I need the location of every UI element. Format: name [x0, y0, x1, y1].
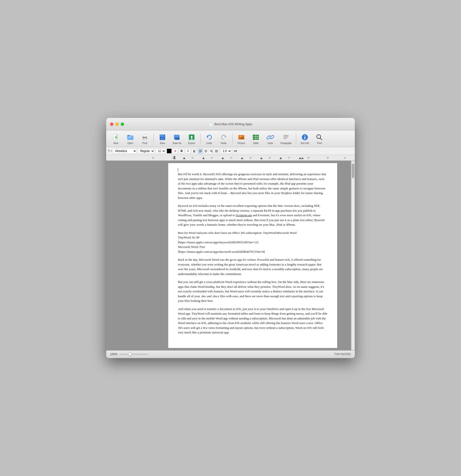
- svg-rect-43: [283, 136, 288, 137]
- svg-marker-31: [224, 136, 226, 138]
- svg-text:|1: |1: [344, 157, 346, 159]
- new-button[interactable]: New: [109, 132, 123, 145]
- getinfo-button[interactable]: Get Info: [298, 132, 312, 145]
- text-color-swatch[interactable]: [167, 149, 172, 153]
- document-page[interactable]: But it'll be worth it. Byword's iOS offe…: [168, 163, 337, 348]
- export-button[interactable]: Export: [185, 132, 198, 145]
- links-button[interactable]: Links: [263, 132, 277, 145]
- picture-button[interactable]: Picture: [235, 132, 248, 145]
- zoom-thumb[interactable]: [128, 353, 132, 356]
- svg-rect-21: [161, 138, 164, 139]
- status-bar: 100% TINYWORD: [106, 350, 355, 358]
- bold-button[interactable]: B: [179, 148, 184, 154]
- paragraph-icon: [282, 133, 290, 142]
- italic-button[interactable]: I: [185, 148, 190, 154]
- find-button[interactable]: Find: [313, 132, 326, 145]
- align-justify-button[interactable]: [214, 148, 219, 154]
- minimize-button[interactable]: [115, 122, 119, 126]
- save-label: Save: [160, 142, 165, 144]
- paragraph-mark[interactable]: ¶: [108, 149, 110, 153]
- separator-4: [296, 133, 296, 144]
- svg-rect-26: [175, 138, 180, 139]
- svg-text:|1: |1: [172, 157, 174, 159]
- saveas-button[interactable]: Save As: [170, 132, 184, 145]
- maximize-button[interactable]: [121, 122, 124, 126]
- print-button[interactable]: Print: [138, 132, 152, 145]
- svg-rect-10: [128, 137, 132, 138]
- underline-button[interactable]: U: [191, 148, 197, 154]
- paragraph-button[interactable]: Paragraph: [278, 132, 294, 145]
- svg-rect-45: [283, 138, 287, 139]
- open-icon: [126, 133, 135, 142]
- export-label: Export: [188, 142, 195, 144]
- scrollbar[interactable]: [351, 161, 355, 350]
- size-select[interactable]: 12: [156, 148, 166, 154]
- page-area[interactable]: But it'll be worth it. Byword's iOS offe…: [155, 161, 351, 350]
- svg-text:|9: |9: [327, 157, 329, 159]
- ruler: |0 |1 |2 |3 |4 |5 |6 |7 |8 |9 |1: [106, 155, 355, 161]
- window-title-area: 📄 Best Mac-iOS Writing Apps: [209, 122, 252, 126]
- undo-label: Undo: [206, 142, 212, 144]
- text-color-button[interactable]: A: [173, 148, 178, 154]
- svg-rect-25: [177, 135, 178, 137]
- paragraph-6: And when you need to transfer a document…: [178, 307, 328, 335]
- cursor-area: [178, 168, 328, 172]
- font-select[interactable]: Helvetica: [113, 148, 137, 154]
- svg-rect-12: [143, 135, 146, 137]
- app-window: 📄 Best Mac-iOS Writing Apps New: [106, 118, 355, 358]
- svg-rect-29: [190, 139, 193, 140]
- paragraph-2: Byword on iOS includes many of the same …: [178, 204, 328, 227]
- svg-text:|5: |5: [250, 157, 251, 159]
- svg-text:|0: |0: [152, 157, 154, 159]
- undo-button[interactable]: Undo: [203, 132, 216, 145]
- align-center-button[interactable]: [203, 148, 208, 154]
- svg-rect-15: [144, 139, 145, 140]
- svg-text:|3: |3: [211, 157, 213, 159]
- undo-icon: [205, 133, 214, 142]
- svg-rect-9: [128, 137, 132, 137]
- svg-marker-30: [207, 136, 209, 138]
- print-label: Print: [142, 142, 148, 144]
- svg-rect-14: [144, 139, 146, 139]
- align-left-button[interactable]: [198, 148, 203, 154]
- save-button[interactable]: Save: [156, 132, 169, 145]
- paragraph-3: Best for Word stalwarts who don't have a…: [178, 230, 328, 254]
- export-icon: [187, 133, 196, 142]
- scrollbar-thumb[interactable]: [352, 164, 354, 178]
- left-gutter: [106, 161, 155, 350]
- close-button[interactable]: [110, 122, 114, 126]
- paragraph-1: But it'll be worth it. Byword's iOS offe…: [178, 172, 328, 200]
- zoom-percentage: 100%: [110, 353, 117, 356]
- picture-label: Picture: [238, 142, 245, 144]
- para-mark-label: ▾: [111, 150, 112, 152]
- open-button[interactable]: Open: [123, 132, 137, 145]
- style-select[interactable]: Regular: [138, 148, 155, 154]
- window-title: Best Mac-iOS Writing Apps: [214, 122, 252, 126]
- svg-text:|2: |2: [192, 157, 193, 159]
- print-icon: [140, 133, 149, 142]
- align-right-button[interactable]: [208, 148, 214, 154]
- saveas-icon: [173, 133, 181, 142]
- svg-text:|7: |7: [288, 157, 290, 159]
- redo-button[interactable]: Redo: [217, 132, 230, 145]
- separator-2: [200, 133, 201, 144]
- scrollbar-track[interactable]: [352, 161, 354, 350]
- table-button[interactable]: Table: [249, 132, 263, 145]
- svg-line-50: [320, 138, 322, 140]
- paragraph-4: Back in the day, Microsoft Word was the …: [178, 257, 328, 276]
- list-button[interactable]: [233, 148, 238, 154]
- svg-rect-19: [161, 135, 162, 136]
- text-cursor: [178, 168, 178, 171]
- svg-rect-48: [305, 137, 305, 139]
- svg-rect-44: [283, 137, 288, 138]
- svg-rect-42: [283, 135, 288, 136]
- zoom-slider[interactable]: [119, 354, 148, 355]
- toolbar: New Open: [106, 130, 355, 147]
- svg-rect-36: [253, 135, 259, 140]
- save-icon: [158, 133, 167, 142]
- paragraph-5: But you can still get a cross-platform W…: [178, 280, 328, 303]
- table-icon: [252, 133, 260, 142]
- links-icon: [266, 133, 275, 142]
- svg-text:|8: |8: [307, 157, 309, 159]
- line-spacing-select[interactable]: 1.0: [220, 148, 232, 154]
